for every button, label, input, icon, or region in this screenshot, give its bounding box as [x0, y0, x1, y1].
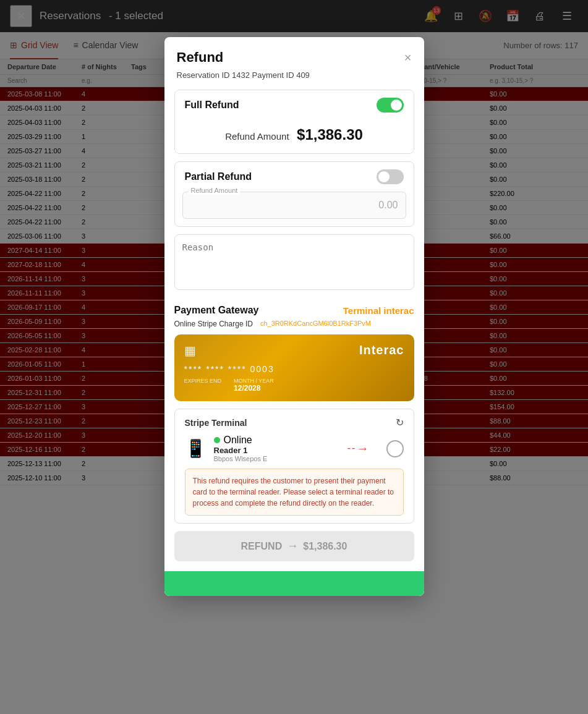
full-refund-label: Full Refund — [185, 100, 239, 111]
modal-title: Refund — [177, 49, 224, 66]
arrow-right-icon: → — [357, 441, 369, 456]
refund-button[interactable]: REFUND → $1,386.30 — [174, 531, 414, 561]
full-refund-header: Full Refund — [175, 90, 414, 120]
reader-status: Online — [214, 435, 268, 446]
full-refund-section: Full Refund Refund Amount $1,386.30 — [174, 90, 414, 154]
card-number: **** **** **** 0003 — [184, 364, 404, 374]
card-expires: EXPIRES END — [184, 378, 222, 393]
reader-model: Bbpos Wisepos E — [214, 455, 268, 462]
payment-gateway-value: Terminal interac — [343, 305, 414, 316]
month-year-label: MONTH / YEAR — [234, 378, 274, 384]
status-online-dot — [214, 437, 220, 443]
card-chip-icon: ▦ — [184, 343, 196, 358]
terminal-reader-row: 📱 Online Reader 1 Bbpos Wisepos E - - → — [185, 435, 404, 462]
reader-target-circle[interactable] — [386, 440, 404, 457]
expires-label: EXPIRES END — [184, 378, 222, 384]
reason-field — [174, 234, 414, 290]
refund-btn-amount: $1,386.30 — [303, 541, 347, 552]
reader-arrow: - - → — [347, 441, 369, 456]
expiry-value: 12/2028 — [234, 384, 274, 393]
card-display: ▦ Interac **** **** **** 0003 EXPIRES EN… — [174, 334, 414, 401]
card-bottom: EXPIRES END MONTH / YEAR 12/2028 — [184, 378, 404, 393]
partial-amount-field: Refund Amount — [182, 192, 406, 219]
reason-input[interactable] — [182, 242, 406, 279]
modal-subtitle: Reservation ID 1432 Payment ID 409 — [164, 70, 424, 90]
partial-refund-toggle[interactable] — [377, 169, 404, 184]
reader-status-text: Online — [224, 435, 252, 446]
reader-device-icon: 📱 — [185, 438, 207, 459]
refund-btn-label: REFUND — [241, 541, 283, 552]
modal-close-button[interactable]: × — [404, 51, 412, 65]
card-top: ▦ Interac — [184, 343, 404, 358]
warning-text: This refund requires the customer to pre… — [193, 477, 394, 508]
card-brand: Interac — [359, 343, 404, 357]
modal-header: Refund × — [164, 37, 424, 70]
refund-btn-arrow: → — [287, 540, 298, 553]
terminal-warning: This refund requires the customer to pre… — [185, 469, 404, 516]
stripe-charge-row: Online Stripe Charge ID ch_3R0RKdCancGM6… — [164, 318, 424, 334]
partial-amount-input[interactable] — [182, 192, 406, 219]
terminal-header: Stripe Terminal ↻ — [185, 417, 404, 428]
reader-info: Online Reader 1 Bbpos Wisepos E — [214, 435, 268, 462]
modal-overlay: Refund × Reservation ID 1432 Payment ID … — [0, 0, 588, 714]
payment-gateway: Payment Gateway Terminal interac — [164, 297, 424, 318]
amount-label: Refund Amount — [225, 131, 289, 142]
reader-name: Reader 1 — [214, 446, 268, 455]
terminal-section: Stripe Terminal ↻ 📱 Online Reader 1 Bbpo… — [174, 409, 414, 524]
refund-modal: Refund × Reservation ID 1432 Payment ID … — [164, 37, 424, 596]
partial-amount-label: Refund Amount — [189, 187, 241, 194]
partial-refund-section: Partial Refund Refund Amount — [174, 161, 414, 227]
stripe-charge-id: ch_3R0RKdCancGM6l0B1RkF3PvM — [260, 320, 371, 328]
full-refund-toggle[interactable] — [377, 98, 404, 113]
refresh-icon[interactable]: ↻ — [396, 417, 404, 428]
payment-gateway-label: Payment Gateway — [174, 305, 259, 316]
stripe-charge-label: Online Stripe Charge ID — [174, 320, 253, 328]
full-refund-amount-display: Refund Amount $1,386.30 — [175, 120, 414, 153]
modal-bottom-bar — [164, 571, 424, 596]
amount-value: $1,386.30 — [297, 126, 363, 143]
toggle-slider-partial — [377, 169, 404, 184]
terminal-title: Stripe Terminal — [185, 418, 247, 428]
toggle-slider-full — [377, 98, 404, 113]
card-month-year: MONTH / YEAR 12/2028 — [234, 378, 274, 393]
partial-refund-label: Partial Refund — [185, 171, 252, 182]
dashed-line: - - — [347, 442, 354, 455]
